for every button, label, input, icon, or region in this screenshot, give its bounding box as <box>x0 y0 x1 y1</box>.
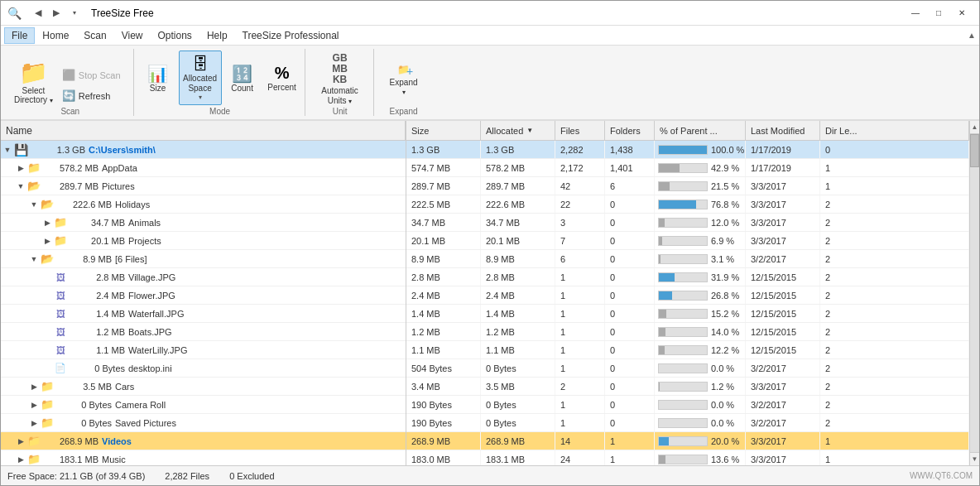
size-cell: 183.0 MB <box>406 450 481 465</box>
select-directory-btn[interactable]: 📁 SelectDirectory ▾ <box>14 59 53 105</box>
tree-row[interactable]: ▶📁0 BytesSaved Pictures <box>1 414 406 432</box>
expand-arrow[interactable]: ▶ <box>41 219 54 227</box>
expand-arrow[interactable]: ▶ <box>14 455 27 464</box>
stop-scan-button[interactable]: ⬛ Stop Scan <box>56 65 127 84</box>
expand-arrow[interactable]: ▼ <box>1 146 14 154</box>
dropdown-button[interactable]: ▾ <box>66 5 83 22</box>
modified-cell: 3/2/2017 <box>746 250 820 267</box>
expand-arrow[interactable]: ▶ <box>27 401 41 409</box>
ribbon-arrow[interactable]: ▲ <box>968 31 976 40</box>
pct-parent-header[interactable]: % of Parent ... <box>655 121 746 140</box>
progress-bar-wrap <box>658 345 708 355</box>
data-row[interactable]: 504 Bytes0 Bytes100.0 %3/2/20172 <box>406 359 969 378</box>
tree-row[interactable]: ▶📁20.1 MBProjects <box>1 232 406 250</box>
tree-row[interactable]: ▼📂289.7 MBPictures <box>1 177 406 195</box>
tree-row[interactable]: 📄0 Bytesdesktop.ini <box>1 359 406 378</box>
tree-name: Cars <box>115 382 402 392</box>
files-header[interactable]: Files <box>555 121 605 140</box>
files-cell: 1 <box>555 414 605 431</box>
image-icon: 🖼 <box>54 272 67 282</box>
allocated-header[interactable]: Allocated ▼ <box>481 121 555 140</box>
data-row[interactable]: 1.3 GB1.3 GB2,2821,438100.0 %1/17/20190 <box>406 141 969 159</box>
data-row[interactable]: 2.8 MB2.8 MB1031.9 %12/15/20152 <box>406 268 969 286</box>
dir-le-header[interactable]: Dir Le... <box>820 121 969 140</box>
tree-row[interactable]: ▼📂222.6 MBHolidays <box>1 195 406 214</box>
tree-content[interactable]: ▼💾1.3 GBC:\Users\smith\▶📁578.2 MBAppData… <box>1 141 406 465</box>
folder-open-icon: 📂 <box>41 253 54 265</box>
tree-row[interactable]: ▶📁578.2 MBAppData <box>1 159 406 177</box>
scroll-up-button[interactable]: ▲ <box>970 121 979 134</box>
data-row[interactable]: 190 Bytes0 Bytes100.0 %3/2/20172 <box>406 414 969 432</box>
tree-row[interactable]: ▶📁34.7 MBAnimals <box>1 214 406 232</box>
size-mode-button[interactable]: 📊 Size <box>139 51 177 105</box>
expand-arrow[interactable]: ▶ <box>27 419 41 427</box>
refresh-button[interactable]: 🔄 Refresh <box>56 86 127 105</box>
expand-arrow[interactable]: ▶ <box>14 164 27 172</box>
tree-row[interactable]: ▶📁3.5 MBCars <box>1 378 406 396</box>
name-column-header[interactable]: Name <box>1 121 406 140</box>
tree-name: Camera Roll <box>115 400 402 410</box>
tree-row[interactable]: ▶📁183.1 MBMusic <box>1 450 406 465</box>
expand-button[interactable]: 📁 + Expand ▾ <box>382 51 425 105</box>
data-row[interactable]: 183.0 MB183.1 MB24113.6 %3/3/20171 <box>406 450 969 465</box>
data-row[interactable]: 20.1 MB20.1 MB706.9 %3/3/20172 <box>406 232 969 250</box>
data-row[interactable]: 222.5 MB222.6 MB22076.8 %3/3/20172 <box>406 195 969 214</box>
tree-row[interactable]: ▶📁0 BytesCamera Roll <box>1 396 406 414</box>
data-row[interactable]: 574.7 MB578.2 MB2,1721,40142.9 %1/17/201… <box>406 159 969 177</box>
menu-scan[interactable]: Scan <box>76 27 113 44</box>
tree-row[interactable]: ▼💾1.3 GBC:\Users\smith\ <box>1 141 406 159</box>
expand-arrow[interactable]: ▼ <box>14 182 27 190</box>
tree-row[interactable]: ▼📂8.9 MB[6 Files] <box>1 250 406 268</box>
file-count-button[interactable]: 🔢 Count <box>223 51 262 105</box>
auto-units-button[interactable]: GB MB KB AutomaticUnits ▾ <box>314 51 367 105</box>
menu-file[interactable]: File <box>4 27 35 44</box>
data-row[interactable]: 1.4 MB1.4 MB1015.2 %12/15/20152 <box>406 305 969 323</box>
allocated-space-button[interactable]: 🗄 AllocatedSpace ▾ <box>179 51 222 105</box>
menu-treesize-pro[interactable]: TreeSize Professional <box>235 27 347 44</box>
data-row[interactable]: 2.4 MB2.4 MB1026.8 %12/15/20152 <box>406 286 969 305</box>
scrollbar[interactable]: ▲ ▼ <box>969 121 979 465</box>
modified-cell: 3/3/2017 <box>746 378 820 395</box>
data-row[interactable]: 289.7 MB289.7 MB42621.5 %3/3/20171 <box>406 177 969 195</box>
back-button[interactable]: ◀ <box>30 5 46 22</box>
branding: WWW.QT6.COM <box>910 471 973 480</box>
expand-arrow[interactable]: ▶ <box>41 237 54 245</box>
scroll-track[interactable] <box>970 134 979 452</box>
minimize-button[interactable]: — <box>905 5 926 22</box>
forward-button[interactable]: ▶ <box>48 5 65 22</box>
size-header[interactable]: Size <box>406 121 481 140</box>
scroll-down-button[interactable]: ▼ <box>970 452 979 465</box>
menu-options[interactable]: Options <box>151 27 199 44</box>
folders-header[interactable]: Folders <box>605 121 655 140</box>
menu-home[interactable]: Home <box>35 27 76 44</box>
data-row[interactable]: 1.2 MB1.2 MB1014.0 %12/15/20152 <box>406 323 969 341</box>
tree-name: Animals <box>128 218 402 228</box>
data-row[interactable]: 190 Bytes0 Bytes100.0 %3/2/20172 <box>406 396 969 414</box>
tree-row[interactable]: 🖼1.4 MBWaterfall.JPG <box>1 305 406 323</box>
data-row[interactable]: 1.1 MB1.1 MB1012.2 %12/15/20152 <box>406 341 969 359</box>
tree-row[interactable]: 🖼1.2 MBBoats.JPG <box>1 323 406 341</box>
expand-arrow[interactable]: ▶ <box>27 383 41 391</box>
expand-arrow[interactable]: ▶ <box>14 437 27 445</box>
menu-view[interactable]: View <box>114 27 151 44</box>
tree-row[interactable]: 🖼1.1 MBWaterLilly.JPG <box>1 341 406 359</box>
data-row[interactable]: 3.4 MB3.5 MB201.2 %3/3/20172 <box>406 378 969 396</box>
close-button[interactable]: ✕ <box>951 5 973 22</box>
expand-arrow[interactable]: ▼ <box>27 255 41 263</box>
tree-row[interactable]: 🖼2.4 MBFlower.JPG <box>1 286 406 305</box>
data-row[interactable]: 8.9 MB8.9 MB603.1 %3/2/20172 <box>406 250 969 268</box>
pct-label: 1.2 % <box>711 382 734 392</box>
tree-row[interactable]: 🖼2.8 MBVillage.JPG <box>1 268 406 286</box>
progress-bar-wrap <box>658 272 708 282</box>
expand-arrow[interactable]: ▼ <box>27 200 41 209</box>
tree-row[interactable]: ▶📁268.9 MBVideos <box>1 432 406 450</box>
menu-help[interactable]: Help <box>199 27 235 44</box>
stop-icon: ⬛ <box>62 69 75 81</box>
data-row[interactable]: 34.7 MB34.7 MB3012.0 %3/3/20172 <box>406 214 969 232</box>
percent-mode-button[interactable]: % Percent <box>263 51 301 105</box>
last-modified-header[interactable]: Last Modified <box>746 121 820 140</box>
toolbar: 📁 SelectDirectory ▾ ⬛ Stop Scan 🔄 Refres… <box>1 46 979 121</box>
maximize-button[interactable]: □ <box>928 5 949 22</box>
data-row[interactable]: 268.9 MB268.9 MB14120.0 %3/3/20171 <box>406 432 969 450</box>
scroll-thumb[interactable] <box>970 134 979 167</box>
